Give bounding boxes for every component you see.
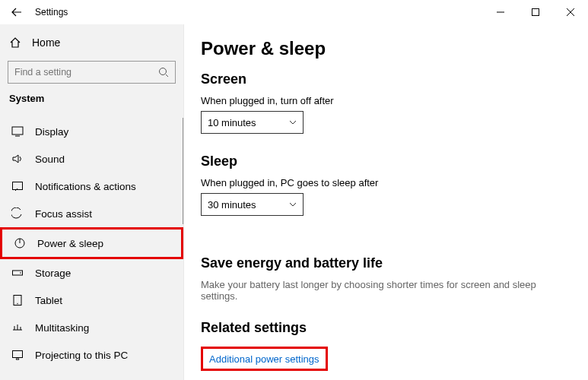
window-title: Settings [35, 7, 68, 17]
sidebar-item-sound[interactable]: Sound [5, 145, 179, 173]
back-button[interactable] [9, 7, 24, 17]
screen-timeout-value: 10 minutes [208, 117, 256, 128]
sidebar-item-label: Tablet [35, 295, 62, 306]
arrow-left-icon [11, 7, 22, 17]
save-energy-heading: Save energy and battery life [201, 255, 571, 271]
sidebar-item-projecting[interactable]: Projecting to this PC [5, 341, 179, 369]
additional-power-settings-link[interactable]: Additional power settings [209, 353, 319, 365]
main-panel: Power & sleep Screen When plugged in, tu… [184, 24, 588, 380]
minimize-button[interactable] [483, 0, 518, 24]
sleep-timeout-value: 30 minutes [208, 199, 256, 211]
projecting-icon [11, 349, 24, 361]
chevron-down-icon [289, 120, 297, 125]
tablet-icon [11, 294, 24, 306]
sidebar: Home System Display Sound [0, 24, 184, 380]
maximize-icon [532, 8, 539, 16]
minimize-icon [497, 8, 504, 16]
close-button[interactable] [553, 0, 588, 24]
save-energy-desc: Make your battery last longer by choosin… [201, 279, 571, 302]
sidebar-item-notifications[interactable]: Notifications & actions [5, 173, 179, 200]
svg-rect-0 [532, 9, 539, 16]
storage-icon [11, 267, 24, 279]
home-icon [9, 36, 21, 49]
sound-icon [11, 153, 24, 165]
additional-power-settings-highlight: Additional power settings [201, 347, 328, 371]
svg-point-8 [17, 303, 17, 304]
sidebar-item-label: Multitasking [35, 322, 89, 334]
search-icon [158, 67, 169, 78]
screen-timeout-select[interactable]: 10 minutes [201, 111, 304, 134]
page-title: Power & sleep [201, 38, 571, 59]
category-label: System [0, 93, 183, 109]
screen-timeout-label: When plugged in, turn off after [201, 95, 571, 106]
search-input[interactable] [14, 67, 158, 78]
sidebar-item-display[interactable]: Display [5, 118, 179, 145]
sidebar-item-label: Display [35, 126, 68, 138]
sidebar-item-tablet[interactable]: Tablet [5, 287, 179, 314]
close-icon [567, 8, 574, 16]
multitasking-icon [11, 321, 24, 334]
notifications-icon [11, 180, 24, 192]
sleep-heading: Sleep [201, 154, 571, 169]
sidebar-item-multitasking[interactable]: Multitasking [5, 314, 179, 341]
svg-rect-2 [12, 127, 23, 135]
sidebar-item-label: Sound [35, 154, 65, 165]
sidebar-item-label: Focus assist [35, 208, 92, 220]
svg-point-1 [160, 68, 167, 75]
scroll-indicator[interactable] [183, 118, 183, 224]
focus-assist-icon [11, 207, 24, 220]
power-icon [13, 237, 27, 249]
related-heading: Related settings [201, 320, 571, 336]
chevron-down-icon [289, 202, 297, 207]
maximize-button[interactable] [518, 0, 553, 24]
svg-point-6 [20, 272, 21, 274]
display-icon [11, 125, 24, 138]
screen-heading: Screen [201, 71, 571, 87]
nav-list: Display Sound Notifications & actions Fo… [0, 118, 183, 369]
sleep-timeout-select[interactable]: 30 minutes [201, 193, 304, 216]
sidebar-item-label: Notifications & actions [35, 181, 136, 192]
sidebar-item-label: Projecting to this PC [35, 350, 128, 361]
home-nav[interactable]: Home [0, 33, 183, 56]
sidebar-item-label: Power & sleep [37, 238, 103, 249]
sidebar-item-label: Storage [35, 268, 71, 279]
title-bar: Settings [0, 0, 588, 24]
sidebar-item-storage[interactable]: Storage [5, 259, 179, 287]
sidebar-item-power-sleep[interactable]: Power & sleep [7, 230, 176, 257]
home-label: Home [32, 36, 60, 49]
search-box[interactable] [8, 61, 176, 84]
sleep-timeout-label: When plugged in, PC goes to sleep after [201, 177, 571, 188]
sidebar-item-focus-assist[interactable]: Focus assist [5, 200, 179, 227]
